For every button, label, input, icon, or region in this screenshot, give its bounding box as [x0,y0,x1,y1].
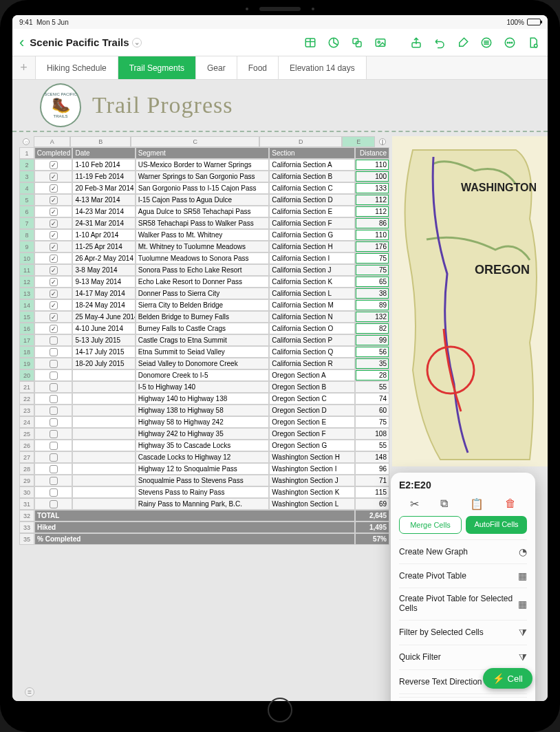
checkbox-icon[interactable] [50,430,58,438]
head-date[interactable]: Date [72,147,135,159]
summary-value[interactable]: 2,645 [355,510,389,521]
cell-distance[interactable]: 69 [355,498,389,510]
cell-section[interactable]: California Section I [269,252,355,264]
cell-completed[interactable]: ✓ [34,217,73,229]
cell-segment[interactable]: Highway 35 to Cascade Locks [136,440,270,451]
checkbox-icon[interactable] [50,488,58,497]
head-segment[interactable]: Segment [136,147,270,159]
cell-segment[interactable]: Donomore Creek to I-5 [136,369,270,381]
checkbox-icon[interactable] [50,465,58,473]
cell-date[interactable]: 18-20 July 2015 [72,358,135,369]
insert-shape-icon[interactable] [347,32,367,53]
cell-date[interactable] [72,498,135,510]
cell-completed[interactable] [34,428,73,440]
cell-segment[interactable]: Cascade Locks to Highway 12 [136,451,270,463]
cell-segment[interactable]: Agua Dulce to SR58 Tehachapi Pass [136,206,270,217]
delete-icon[interactable]: 🗑 [505,497,516,510]
tab-food[interactable]: Food [237,56,279,79]
paste-icon[interactable]: 📋 [470,497,484,510]
cell-completed[interactable]: ✓ [34,252,73,264]
cell-completed[interactable]: ✓ [34,182,73,194]
cell-segment[interactable]: Tuolumne Meadows to Sonora Pass [136,252,270,264]
cell-distance[interactable]: 176 [355,241,389,252]
new-sheet-icon[interactable] [523,32,543,53]
cell-segment[interactable]: SR58 Tehachapi Pass to Walker Pass [136,217,270,229]
head-completed[interactable]: Completed [34,147,73,159]
row-header[interactable]: 23 [19,405,34,416]
checkbox-icon[interactable]: ✓ [50,161,58,169]
cell-completed[interactable]: ✓ [34,276,73,288]
row-header[interactable]: 12 [19,276,34,288]
cell-segment[interactable]: Belden Bridge to Burney Falls [136,311,270,323]
autofill-cells-button[interactable]: AutoFill Cells [466,516,527,534]
cell-distance[interactable]: 86 [355,217,389,229]
cell-section[interactable]: California Section C [269,182,355,194]
checkbox-icon[interactable]: ✓ [50,278,58,286]
cell-section[interactable]: California Section P [269,334,355,346]
merge-cells-button[interactable]: Merge Cells [399,516,462,534]
cell-segment[interactable]: Castle Crags to Etna Summit [136,334,270,346]
cell-fab-button[interactable]: ⚡ Cell [483,668,532,689]
cell-distance[interactable]: 74 [355,393,389,405]
checkbox-icon[interactable] [50,372,58,380]
cell-segment[interactable]: Etna Summit to Seiad Valley [136,346,270,358]
checkbox-icon[interactable] [50,407,58,415]
cell-completed[interactable] [34,475,73,486]
row-header[interactable]: 3 [19,171,34,182]
insert-chart-icon[interactable] [323,32,344,53]
cell-segment[interactable]: I-15 Cajon Pass to Agua Dulce [136,194,270,206]
cell-completed[interactable]: ✓ [34,194,73,206]
row-header[interactable]: 30 [19,486,34,498]
checkbox-icon[interactable] [50,395,58,403]
cell-segment[interactable]: Seiad Valley to Donomore Creek [136,358,270,369]
format-menu-icon[interactable] [476,32,497,53]
document-title[interactable]: Scenic Pacific Trails ⌄ [30,36,141,48]
cell-segment[interactable]: Warner Springs to San Gorgonio Pass [136,171,270,182]
cell-completed[interactable]: ✓ [34,299,73,311]
cell-distance[interactable]: 35 [355,358,389,369]
checkbox-icon[interactable] [50,442,58,450]
cell-distance[interactable]: 75 [355,416,389,428]
row-header[interactable]: 32 [19,510,34,521]
col-header-e[interactable]: E [342,136,375,147]
row-header[interactable]: 9 [19,241,34,252]
summary-value[interactable]: 1,495 [355,521,389,533]
cell-segment[interactable]: Sierra City to Belden Bridge [136,299,270,311]
cell-date[interactable]: 1-10 Apr 2014 [72,229,135,241]
cell-date[interactable]: 14-17 July 2015 [72,346,135,358]
cell-completed[interactable] [34,486,73,498]
cell-section[interactable]: California Section L [269,288,355,299]
tab-trail-segments[interactable]: Trail Segments [118,56,196,79]
cell-distance[interactable]: 55 [355,381,389,393]
insert-media-icon[interactable] [370,32,391,53]
cell-completed[interactable] [34,498,73,510]
cell-section[interactable]: California Section N [269,311,355,323]
cell-segment[interactable]: Echo Lake Resort to Donner Pass [136,276,270,288]
row-header[interactable]: 33 [19,521,34,533]
cell-distance[interactable]: 133 [355,182,389,194]
cell-segment[interactable]: Burney Falls to Castle Crags [136,323,270,334]
cell-completed[interactable] [34,463,73,475]
checkbox-icon[interactable] [50,336,58,345]
cell-distance[interactable]: 28 [355,369,389,381]
cell-section[interactable]: California Section D [269,194,355,206]
undo-icon[interactable] [429,32,450,53]
row-header[interactable]: 4 [19,182,34,194]
cell-date[interactable]: 20 Feb-3 Mar 2014 [72,182,135,194]
cell-date[interactable] [72,369,135,381]
summary-label[interactable]: TOTAL [34,510,355,521]
cell-section[interactable]: California Section H [269,241,355,252]
table-corner[interactable]: ○ [19,136,34,147]
checkbox-icon[interactable] [50,348,58,356]
cell-section[interactable]: Washington Section L [269,498,355,510]
cell-date[interactable]: 9-13 May 2014 [72,276,135,288]
cell-section[interactable]: Oregon Section F [269,428,355,440]
spreadsheet[interactable]: ○ A B C D E ‖ 1 Completed Date Segment S… [19,136,389,696]
checkbox-icon[interactable]: ✓ [50,231,58,239]
cell-distance[interactable]: 71 [355,475,389,486]
cell-distance[interactable]: 65 [355,276,389,288]
cell-completed[interactable]: ✓ [34,264,73,276]
cell-completed[interactable] [34,393,73,405]
cell-distance[interactable]: 96 [355,463,389,475]
cell-section[interactable]: Oregon Section C [269,393,355,405]
